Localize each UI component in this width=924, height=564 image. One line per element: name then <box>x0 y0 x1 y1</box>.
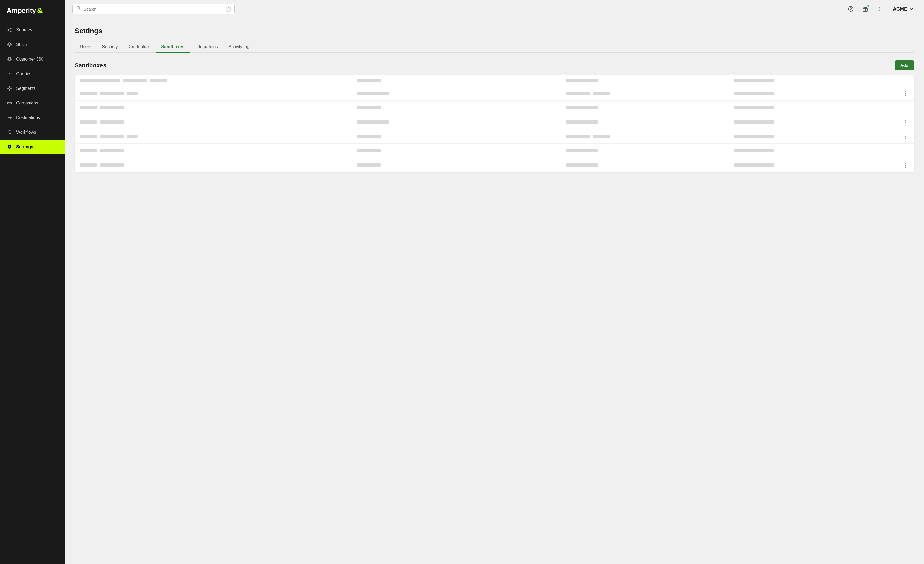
app-logo: Amperity& <box>0 0 65 23</box>
gift-icon[interactable] <box>861 4 870 14</box>
skeleton-cell <box>127 92 138 95</box>
col-action[interactable]: ⋮ <box>902 147 909 154</box>
sidebar-item-customer360[interactable]: Customer 360 <box>0 52 65 66</box>
tab-users[interactable]: Users <box>75 42 97 53</box>
row-more-button[interactable]: ⋮ <box>902 90 910 96</box>
sidebar-item-queries[interactable]: Queries <box>0 66 65 81</box>
svg-line-3 <box>9 29 10 30</box>
sidebar-nav: Sources Stitch Customer 360 <box>0 23 65 564</box>
skeleton-cell <box>734 120 774 124</box>
sidebar-item-sources[interactable]: Sources <box>0 23 65 38</box>
col-name <box>80 164 352 167</box>
skeleton-cell <box>80 120 97 124</box>
more-options-icon[interactable] <box>875 4 885 14</box>
campaigns-icon <box>6 100 12 106</box>
sidebar-item-label: Workflows <box>16 130 36 135</box>
sidebar-item-label: Destinations <box>16 115 40 120</box>
skeleton-cell <box>566 106 598 109</box>
skeleton-cell <box>100 106 124 109</box>
col-action[interactable]: ⋮ <box>902 162 909 168</box>
sidebar-item-settings[interactable]: Settings <box>0 140 65 154</box>
sidebar-item-workflows[interactable]: Workflows <box>0 125 65 140</box>
account-name: ACME <box>893 6 907 12</box>
skeleton-cell <box>80 164 97 167</box>
page-title: Settings <box>75 27 914 35</box>
search-input[interactable] <box>84 7 223 11</box>
queries-icon <box>6 71 12 77</box>
col-action[interactable]: ⋮ <box>902 119 909 125</box>
row-more-button[interactable]: ⋮ <box>902 104 910 111</box>
col-action[interactable]: ⋮ <box>902 90 909 96</box>
tab-integrations[interactable]: Integrations <box>190 42 224 53</box>
tab-credentials[interactable]: Credentials <box>123 42 156 53</box>
sidebar-item-label: Stitch <box>16 42 27 47</box>
skeleton-cell <box>593 135 610 138</box>
content-area: Settings Users Security Credentials Sand… <box>65 18 924 564</box>
skeleton-cell <box>566 164 598 167</box>
skeleton-cell <box>566 149 598 152</box>
help-icon[interactable] <box>846 4 856 14</box>
row-more-button[interactable]: ⋮ <box>902 147 910 154</box>
tab-security[interactable]: Security <box>97 42 123 53</box>
col-right <box>566 92 729 95</box>
logo-symbol: & <box>37 6 43 15</box>
skeleton-cell <box>100 135 124 138</box>
destinations-icon <box>6 115 12 121</box>
tab-sandboxes[interactable]: Sandboxes <box>156 42 190 53</box>
search-container[interactable]: / <box>72 4 235 14</box>
table-row: ⋮ <box>75 129 914 144</box>
sidebar-item-campaigns[interactable]: Campaigns <box>0 96 65 110</box>
col-action[interactable]: ⋮ <box>902 104 909 111</box>
col-last <box>734 106 897 109</box>
skeleton-cell <box>150 79 167 82</box>
skeleton-cell <box>80 135 97 138</box>
sidebar-item-label: Campaigns <box>16 101 38 105</box>
svg-point-22 <box>879 7 880 8</box>
skeleton-cell <box>80 92 97 95</box>
logo-text: Amperity <box>6 6 36 15</box>
table-row: ⋮ <box>75 158 914 172</box>
sidebar-item-destinations[interactable]: Destinations <box>0 110 65 125</box>
svg-point-23 <box>879 8 880 9</box>
col-action[interactable]: ⋮ <box>902 133 909 140</box>
col-last <box>734 135 897 138</box>
skeleton-cell <box>566 92 590 95</box>
skeleton-cell <box>593 92 610 95</box>
sidebar: Amperity& Sources Stitch <box>0 0 65 564</box>
svg-point-5 <box>9 44 10 45</box>
tab-activity-log[interactable]: Activity log <box>223 42 255 53</box>
col-right <box>566 79 729 82</box>
sidebar-item-segments[interactable]: Segments <box>0 81 65 96</box>
sidebar-item-stitch[interactable]: Stitch <box>0 38 65 52</box>
skeleton-cell <box>100 149 124 152</box>
skeleton-cell <box>734 164 774 167</box>
col-name <box>80 135 352 138</box>
col-mid <box>357 135 561 138</box>
row-more-button[interactable]: ⋮ <box>902 133 910 140</box>
skeleton-cell <box>566 120 598 124</box>
col-mid <box>357 149 561 152</box>
account-button[interactable]: ACME <box>890 5 916 14</box>
row-more-button[interactable]: ⋮ <box>902 119 910 125</box>
table-row: ⋮ <box>75 144 914 158</box>
stitch-icon <box>6 42 12 48</box>
col-mid <box>357 79 561 82</box>
sidebar-item-label: Customer 360 <box>16 57 44 62</box>
col-last <box>734 79 897 82</box>
skeleton-cell <box>80 149 97 152</box>
table-row: ⋮ <box>75 115 914 129</box>
skeleton-cell <box>357 106 381 109</box>
add-sandbox-button[interactable]: Add <box>894 60 914 71</box>
chevron-down-icon <box>909 7 913 11</box>
table-row: ⋮ <box>75 86 914 101</box>
col-name <box>80 149 352 152</box>
svg-line-9 <box>9 72 10 75</box>
row-more-button[interactable]: ⋮ <box>902 162 910 168</box>
skeleton-cell <box>734 92 774 95</box>
svg-point-10 <box>8 87 11 90</box>
skeleton-cell <box>357 135 381 138</box>
col-mid <box>357 106 561 109</box>
svg-point-0 <box>8 30 9 31</box>
topbar: / <box>65 0 924 18</box>
skeleton-cell <box>100 164 124 167</box>
